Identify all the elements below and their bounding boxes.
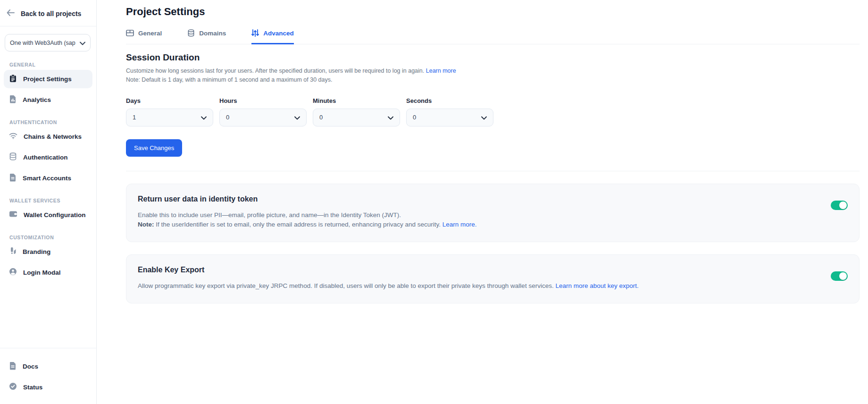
sidebar-item-label: Status	[23, 384, 42, 391]
toggle-knob	[839, 202, 847, 209]
brush-icon	[9, 247, 17, 257]
identity-token-toggle[interactable]	[831, 201, 848, 210]
key-export-title: Enable Key Export	[138, 266, 639, 274]
sidebar-item-authentication[interactable]: Authentication	[4, 148, 92, 167]
hours-label: Hours	[219, 97, 307, 104]
seconds-label: Seconds	[406, 97, 493, 104]
identity-token-card: Return user data in identity token Enabl…	[126, 184, 860, 243]
divider	[0, 26, 96, 26]
sidebar-item-project-settings[interactable]: Project Settings	[4, 70, 92, 88]
session-duration-note: Note: Default is 1 day, with a minimum o…	[126, 76, 332, 83]
days-label: Days	[126, 97, 213, 104]
tab-label: General	[138, 30, 162, 37]
seconds-select[interactable]: 0	[406, 109, 493, 126]
analytics-icon	[9, 95, 17, 105]
days-field: Days 1	[126, 97, 213, 126]
sidebar-item-label: Branding	[23, 248, 50, 255]
sidebar-item-login-modal[interactable]: Login Modal	[4, 263, 92, 282]
sidebar-item-status[interactable]: Status	[4, 378, 92, 396]
chevron-down-icon	[80, 39, 85, 47]
learn-more-key-export-link[interactable]: Learn more about key export.	[555, 282, 638, 289]
project-selector-value: One with Web3Auth (sap	[10, 40, 77, 46]
chevron-down-icon	[388, 113, 393, 122]
back-arrow-icon	[7, 9, 15, 17]
learn-more-link[interactable]: Learn more	[426, 67, 456, 74]
clipboard-icon	[9, 74, 17, 84]
database-icon	[9, 152, 17, 162]
file-icon	[9, 173, 17, 184]
hours-value: 0	[226, 114, 229, 121]
learn-more-link[interactable]: Learn more.	[442, 221, 477, 228]
hours-field: Hours 0	[219, 97, 307, 126]
hours-select[interactable]: 0	[219, 109, 307, 126]
table-cells-icon	[126, 30, 134, 36]
document-icon	[9, 362, 17, 372]
sidebar-item-branding[interactable]: Branding	[4, 243, 92, 261]
wallet-icon	[9, 210, 17, 219]
session-duration-title: Session Duration	[126, 52, 860, 63]
identity-token-title: Return user data in identity token	[138, 195, 477, 203]
sidebar-item-label: Chains & Networks	[24, 133, 82, 140]
days-value: 1	[133, 114, 136, 121]
chevron-down-icon	[201, 113, 207, 122]
toggle-knob	[839, 272, 847, 280]
back-to-projects-link[interactable]: Back to all projects	[0, 0, 96, 26]
tab-domains[interactable]: Domains	[187, 29, 226, 44]
sidebar-item-label: Authentication	[23, 154, 68, 161]
sidebar-item-label: Smart Accounts	[23, 175, 71, 182]
wifi-icon	[9, 132, 17, 141]
sliders-icon	[251, 29, 259, 37]
tab-bar: General Domains Advanced	[126, 29, 860, 44]
seconds-value: 0	[413, 114, 416, 121]
sidebar: Back to all projects One with Web3Auth (…	[0, 0, 97, 404]
chevron-down-icon	[294, 113, 300, 122]
seconds-field: Seconds 0	[406, 97, 493, 126]
key-export-toggle[interactable]	[831, 271, 848, 281]
section-label-wallet-services: WALLET SERVICES	[9, 198, 92, 203]
sidebar-item-smart-accounts[interactable]: Smart Accounts	[4, 169, 92, 187]
key-export-body: Allow programmatic key export via privat…	[138, 281, 639, 291]
user-circle-icon	[9, 268, 17, 278]
minutes-label: Minutes	[313, 97, 400, 104]
sidebar-footer: Docs Status	[0, 348, 96, 404]
page-title: Project Settings	[126, 6, 860, 18]
sidebar-item-chains-networks[interactable]: Chains & Networks	[4, 127, 92, 146]
minutes-select[interactable]: 0	[313, 109, 400, 126]
sidebar-nav: GENERAL Project Settings Analytics AUTHE…	[0, 51, 96, 282]
sidebar-item-label: Project Settings	[23, 76, 72, 83]
tab-label: Domains	[199, 30, 226, 37]
section-label-authentication: AUTHENTICATION	[9, 119, 92, 125]
minutes-value: 0	[319, 114, 323, 121]
tab-label: Advanced	[263, 30, 294, 37]
duration-fields: Days 1 Hours 0 Minutes 0 Seconds 0	[126, 97, 860, 126]
minutes-field: Minutes 0	[313, 97, 400, 126]
sidebar-item-label: Docs	[23, 363, 38, 370]
save-changes-button[interactable]: Save Changes	[126, 139, 182, 157]
tab-general[interactable]: General	[126, 29, 162, 44]
sidebar-item-label: Login Modal	[23, 269, 60, 276]
sidebar-item-label: Wallet Configuration	[24, 211, 86, 219]
days-select[interactable]: 1	[126, 109, 213, 126]
key-export-card: Enable Key Export Allow programmatic key…	[126, 254, 860, 303]
sidebar-item-label: Analytics	[23, 96, 51, 103]
back-label: Back to all projects	[21, 10, 81, 17]
chevron-down-icon	[481, 113, 487, 122]
section-label-general: GENERAL	[9, 62, 92, 67]
tab-advanced[interactable]: Advanced	[251, 29, 294, 44]
sidebar-item-docs[interactable]: Docs	[4, 357, 92, 376]
divider	[126, 171, 860, 171]
section-label-customization: CUSTOMIZATION	[9, 235, 92, 240]
session-duration-description: Customize how long sessions last for you…	[126, 67, 860, 84]
database-icon	[187, 29, 195, 37]
project-selector-dropdown[interactable]: One with Web3Auth (sap	[5, 34, 91, 51]
sidebar-item-analytics[interactable]: Analytics	[4, 91, 92, 109]
note-label: Note:	[138, 221, 154, 228]
check-circle-icon	[9, 382, 17, 392]
main-content: Project Settings General Domains Advance…	[97, 0, 868, 404]
sidebar-item-wallet-configuration[interactable]: Wallet Configuration	[4, 206, 92, 224]
identity-token-body: Enable this to include user PII—email, p…	[138, 210, 477, 230]
